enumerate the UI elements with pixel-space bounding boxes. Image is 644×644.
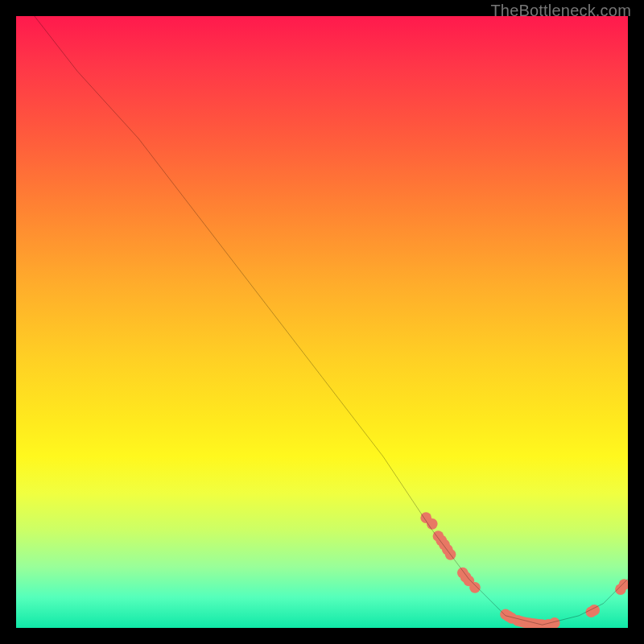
watermark-text: TheBottleneck.com [490,2,631,20]
gradient-background [16,16,628,628]
plot-area [16,16,628,628]
chart-frame: TheBottleneck.com [0,0,644,644]
